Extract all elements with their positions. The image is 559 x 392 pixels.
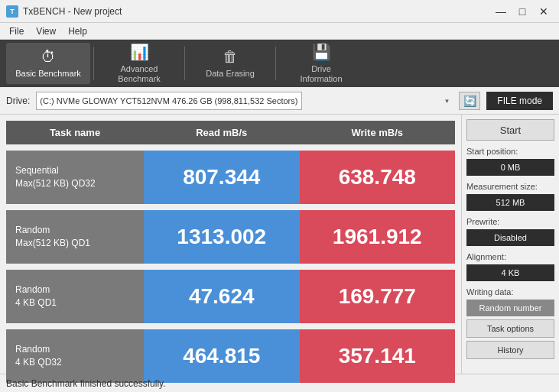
drive-bar: Drive: (C:) NVMe GLOWAY YCT512NVM 476.26…	[0, 87, 559, 115]
row2-write: 1961.912	[300, 210, 456, 264]
toolbar: ⏱ Basic Benchmark 📊 AdvancedBenchmark 🗑 …	[0, 40, 559, 87]
toolbar-data-erasing[interactable]: 🗑 Data Erasing	[188, 43, 272, 84]
benchmark-row-1: SequentialMax(512 KB) QD32 807.344 638.7…	[6, 151, 455, 204]
row1-read: 807.344	[144, 151, 300, 204]
advanced-benchmark-icon: 📊	[130, 43, 149, 61]
toolbar-basic-benchmark[interactable]: ⏱ Basic Benchmark	[6, 43, 90, 84]
start-position-label: Start position:	[466, 147, 554, 156]
data-erasing-label: Data Erasing	[206, 69, 255, 79]
benchmark-area: Task name Read mB/s Write mB/s Sequentia…	[0, 115, 461, 374]
start-button[interactable]: Start	[466, 119, 554, 141]
menu-file[interactable]: File	[3, 24, 30, 38]
writing-data-value: Random number	[466, 300, 554, 316]
row4-read: 464.815	[144, 329, 300, 383]
app-icon: T	[6, 5, 18, 18]
title-bar: T TxBENCH - New project — □ ✕	[0, 0, 559, 23]
maximize-button[interactable]: □	[513, 4, 531, 19]
menu-view[interactable]: View	[30, 24, 62, 38]
data-erasing-icon: 🗑	[223, 48, 238, 66]
drive-refresh-button[interactable]: 🔄	[459, 92, 480, 110]
benchmark-header: Task name Read mB/s Write mB/s	[6, 121, 455, 144]
window-title: TxBENCH - New project	[23, 6, 492, 17]
col-write: Write mB/s	[300, 125, 456, 140]
row3-write: 169.777	[300, 270, 456, 323]
advanced-benchmark-label: AdvancedBenchmark	[118, 64, 161, 84]
toolbar-advanced-benchmark[interactable]: 📊 AdvancedBenchmark	[97, 43, 181, 84]
row1-write: 638.748	[300, 151, 456, 204]
row2-label: RandomMax(512 KB) QD1	[6, 218, 144, 256]
alignment-label: Alignment:	[466, 252, 554, 261]
row2-read: 1313.002	[144, 210, 300, 264]
prewrite-value: Disabled	[466, 229, 554, 246]
main-content: Task name Read mB/s Write mB/s Sequentia…	[0, 115, 559, 374]
writing-data-label: Writing data:	[466, 287, 554, 296]
col-task-name: Task name	[6, 125, 144, 140]
benchmark-row-2: RandomMax(512 KB) QD1 1313.002 1961.912	[6, 210, 455, 264]
start-position-value: 0 MB	[466, 159, 554, 176]
side-panel: Start Start position: 0 MB Measurement s…	[461, 115, 559, 374]
measurement-size-value: 512 MB	[466, 194, 554, 211]
toolbar-separator-2	[184, 47, 185, 80]
window-controls: — □ ✕	[492, 4, 553, 19]
close-button[interactable]: ✕	[535, 4, 553, 19]
history-button[interactable]: History	[466, 341, 554, 359]
row4-write: 357.141	[300, 329, 456, 383]
row3-label: Random4 KB QD1	[6, 277, 144, 316]
prewrite-label: Prewrite:	[466, 217, 554, 226]
benchmark-row-4: Random4 KB QD32 464.815 357.141	[6, 329, 455, 383]
basic-benchmark-icon: ⏱	[41, 48, 56, 66]
col-read: Read mB/s	[144, 125, 300, 140]
row4-label: Random4 KB QD32	[6, 337, 144, 375]
drive-select[interactable]: (C:) NVMe GLOWAY YCT512NVM 476.26 GB (99…	[36, 92, 302, 110]
row3-read: 47.624	[144, 270, 300, 323]
menu-help[interactable]: Help	[62, 24, 93, 38]
minimize-button[interactable]: —	[492, 4, 510, 19]
drive-information-label: DriveInformation	[300, 64, 342, 84]
row1-label: SequentialMax(512 KB) QD32	[6, 158, 144, 196]
menu-bar: File View Help	[0, 23, 559, 40]
drive-select-wrapper: (C:) NVMe GLOWAY YCT512NVM 476.26 GB (99…	[36, 92, 453, 110]
basic-benchmark-label: Basic Benchmark	[15, 69, 81, 79]
toolbar-separator-1	[93, 47, 94, 80]
file-mode-button[interactable]: FILE mode	[486, 92, 553, 110]
toolbar-separator-3	[275, 47, 276, 80]
toolbar-drive-information[interactable]: 💾 DriveInformation	[279, 43, 363, 84]
benchmark-row-3: Random4 KB QD1 47.624 169.777	[6, 270, 455, 323]
task-options-button[interactable]: Task options	[466, 319, 554, 338]
status-message: Basic Benchmark finished successfully.	[6, 378, 166, 389]
drive-information-icon: 💾	[312, 43, 331, 61]
alignment-value: 4 KB	[466, 264, 554, 281]
drive-label: Drive:	[6, 96, 30, 106]
measurement-size-label: Measurement size:	[466, 182, 554, 191]
